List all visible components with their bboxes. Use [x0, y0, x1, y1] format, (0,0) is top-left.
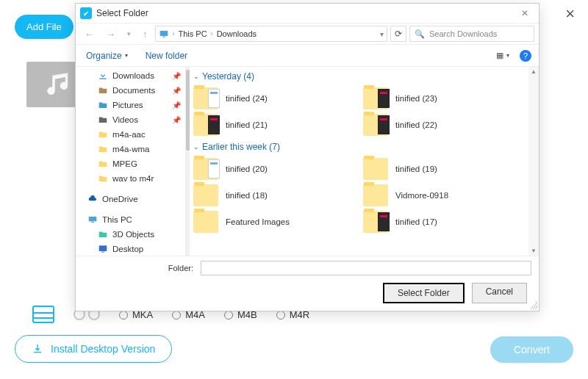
pc-icon	[159, 29, 169, 39]
search-input[interactable]: 🔍 Search Downloads	[409, 26, 534, 42]
pin-icon: 📌	[172, 116, 181, 124]
folder-item[interactable]: tinified (20)	[193, 158, 356, 180]
nav-back-icon[interactable]: ←	[80, 29, 98, 40]
content-scrollbar[interactable]: ▲ ▼	[528, 67, 539, 256]
group-header[interactable]: ⌄Yesterday (4)	[192, 67, 539, 86]
tree-node[interactable]: Documents📌	[76, 83, 185, 98]
tree-node[interactable]: wav to m4r	[76, 171, 185, 186]
search-icon: 🔍	[415, 29, 425, 39]
folder-item[interactable]: tinified (18)	[193, 184, 356, 206]
cancel-button[interactable]: Cancel	[472, 283, 527, 303]
convert-button[interactable]: Convert	[490, 336, 573, 363]
folder-item[interactable]: tinified (21)	[193, 114, 356, 136]
organize-menu[interactable]: Organize ▾	[83, 49, 131, 62]
view-options-icon[interactable]: ▦ ▾	[496, 51, 509, 60]
tree-node-thispc[interactable]: This PC	[76, 212, 185, 227]
tree-node[interactable]: Videos📌	[76, 112, 185, 127]
dialog-footer: Folder: Select Folder Cancel	[76, 256, 539, 311]
group-header[interactable]: ⌄Earlier this week (7)	[192, 137, 539, 156]
add-file-button[interactable]: Add File	[15, 15, 74, 39]
folder-label: Folder:	[83, 264, 193, 272]
toolbar: Organize ▾ New folder ▦ ▾ ?	[76, 45, 539, 67]
svg-rect-0	[159, 31, 168, 36]
select-folder-dialog: ✔ Select Folder ✕ ← → ▾ ↑ › This PC › Do…	[75, 3, 539, 311]
svg-rect-2	[89, 217, 97, 221]
tree-node[interactable]: 3D Objects	[76, 227, 185, 242]
folder-item[interactable]: tinified (24)	[193, 87, 356, 109]
chevron-down-icon: ⌄	[193, 143, 199, 151]
app-icon: ✔	[80, 7, 92, 19]
resize-grip-icon[interactable]	[530, 302, 537, 309]
svg-rect-3	[91, 222, 94, 223]
tree-node[interactable]: m4a-aac	[76, 127, 185, 142]
tree-node[interactable]: MPEG	[76, 156, 185, 171]
new-folder-button[interactable]: New folder	[146, 51, 187, 61]
tree-node[interactable]: Downloads📌	[76, 68, 185, 83]
folder-item[interactable]: tinified (17)	[363, 211, 526, 233]
tree-node[interactable]: m4a-wma	[76, 142, 185, 156]
nav-up-icon[interactable]: ↑	[138, 29, 152, 40]
folder-item[interactable]: tinified (19)	[363, 158, 526, 180]
dialog-titlebar: ✔ Select Folder ✕	[76, 4, 539, 23]
tree-node[interactable]: Desktop	[76, 242, 185, 256]
help-icon[interactable]: ?	[520, 50, 531, 62]
close-icon[interactable]: ✕	[515, 8, 534, 18]
pin-icon: 📌	[172, 87, 181, 95]
install-desktop-button[interactable]: Install Desktop Version	[15, 335, 172, 363]
nav-bar: ← → ▾ ↑ › This PC › Downloads ▾ ⟳ 🔍 Sear…	[76, 23, 539, 45]
music-note-icon	[43, 69, 74, 100]
svg-rect-1	[162, 37, 165, 37]
app-close-icon[interactable]: ×	[565, 4, 575, 24]
breadcrumb[interactable]: › This PC › Downloads ▾	[155, 26, 388, 42]
nav-forward-icon: →	[101, 29, 120, 40]
select-folder-button[interactable]: Select Folder	[383, 283, 465, 303]
scroll-down-icon[interactable]: ▼	[529, 246, 538, 256]
folder-content[interactable]: ⌄Yesterday (4)tinified (24)tinified (23)…	[186, 67, 539, 256]
pin-icon: 📌	[172, 101, 181, 109]
tree-node[interactable]: Pictures📌	[76, 98, 185, 112]
scroll-up-icon[interactable]: ▲	[529, 67, 538, 76]
svg-rect-5	[101, 252, 105, 253]
tree-node-onedrive[interactable]: OneDrive	[76, 192, 185, 206]
folder-item[interactable]: Vidmore-0918	[363, 184, 526, 206]
folder-input[interactable]	[201, 261, 531, 275]
pin-icon: 📌	[172, 72, 181, 80]
video-format-icon[interactable]	[32, 306, 54, 323]
folder-item[interactable]: tinified (23)	[363, 87, 526, 109]
folder-item[interactable]: Featured Images	[193, 211, 356, 233]
dialog-title: Select Folder	[96, 8, 515, 18]
svg-rect-4	[99, 245, 107, 251]
folder-item[interactable]: tinified (22)	[363, 114, 526, 136]
download-icon	[32, 343, 43, 355]
folder-tree[interactable]: Downloads📌Documents📌Pictures📌Videos📌m4a-…	[76, 67, 186, 256]
refresh-icon[interactable]: ⟳	[390, 26, 406, 42]
chevron-down-icon[interactable]: ▾	[123, 30, 135, 37]
chevron-down-icon: ⌄	[193, 73, 199, 80]
